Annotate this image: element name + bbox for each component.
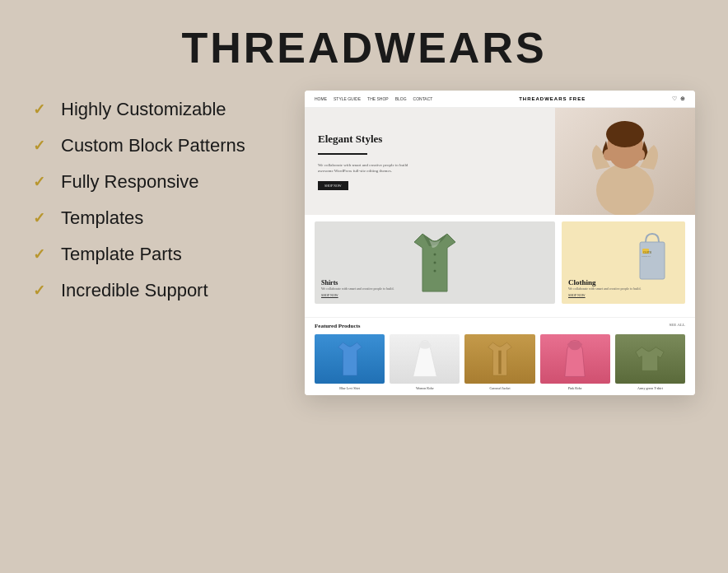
coat-svg	[558, 338, 591, 380]
features-list: ✓ Highly Customizable ✓ Custom Block Pat…	[33, 91, 280, 301]
hero-divider	[318, 153, 367, 155]
page-title: THREADWEARS	[181, 23, 546, 72]
check-icon-4: ✓	[33, 209, 49, 227]
product-card-army-shirt: Army green T-shirt	[615, 334, 685, 390]
check-icon: ✓	[33, 100, 49, 119]
nav-link-contact: CONTACT	[413, 96, 433, 101]
main-content: ✓ Highly Customizable ✓ Custom Block Pat…	[0, 91, 728, 395]
nav-link-style: STYLE GUIDE	[334, 96, 361, 101]
mock-shirt-card-text: Shirts We collaborate with smart and cre…	[321, 279, 394, 297]
check-icon-3: ✓	[33, 173, 49, 191]
feature-label-fully-responsive: Fully Responsive	[61, 171, 199, 193]
dress-svg	[408, 338, 441, 380]
feature-label-custom-block-patterns: Custom Block Patterns	[61, 135, 245, 156]
mock-nav-icons: ♡ ⊕	[672, 96, 685, 102]
feature-item-highly-customizable: ✓ Highly Customizable	[33, 99, 280, 120]
nav-link-shop: THE SHOP	[367, 96, 389, 101]
mock-featured-header: Featured Products SEE ALL	[315, 323, 685, 329]
mock-hero-image	[555, 108, 695, 215]
svg-text:CLOTH: CLOTH	[643, 251, 652, 254]
product-name-blue-shirt: Blue Levi Shirt	[339, 386, 360, 390]
feature-label-incredible-support: Incredible Support	[61, 280, 208, 301]
check-icon-2: ✓	[33, 137, 49, 155]
product-name-women-robe: Women Robe	[416, 386, 434, 390]
svg-rect-3	[604, 149, 645, 161]
product-img-army-shirt	[615, 334, 685, 384]
svg-point-0	[596, 164, 654, 215]
feature-item-templates: ✓ Templates	[33, 207, 280, 229]
hero-person-svg	[576, 108, 674, 215]
mock-hero-title: Elegant Styles	[318, 133, 542, 146]
nav-icon-wishlist: ♡	[672, 96, 677, 102]
product-name-carousel-jacket: Carousel Jacket	[489, 386, 510, 390]
mock-featured-link: SEE ALL	[669, 323, 685, 329]
mock-products-section: Shirts We collaborate with smart and cre…	[305, 215, 695, 317]
mock-featured-title: Featured Products	[315, 323, 361, 329]
feature-label-templates: Templates	[61, 207, 143, 229]
mock-hero-text: Elegant Styles We collaborate with smart…	[305, 108, 555, 215]
blue-shirt-svg	[334, 338, 366, 380]
svg-text:Spread Joy: Spread Joy	[642, 255, 651, 258]
svg-rect-7	[640, 242, 665, 279]
svg-point-5	[434, 262, 436, 264]
mock-hero-button: SHOP NOW	[318, 181, 348, 190]
mock-nav: HOME STYLE GUIDE THE SHOP BLOG CONTACT T…	[305, 91, 695, 108]
mock-clothing-btn: SHOP NOW	[568, 293, 641, 297]
olive-shirt-svg	[633, 338, 666, 380]
mock-clothing-card: CLOTH Spread Joy Clothing We collaborate…	[562, 221, 685, 304]
product-card-women-robe: Women Robe	[390, 334, 460, 390]
feature-label-highly-customizable: Highly Customizable	[61, 99, 226, 120]
nav-link-home: HOME	[315, 96, 327, 101]
shirt-svg	[406, 230, 464, 296]
product-img-pink-robe	[540, 334, 610, 384]
jacket-svg	[483, 338, 516, 380]
svg-point-4	[434, 254, 436, 256]
mock-hero: Elegant Styles We collaborate with smart…	[305, 108, 695, 215]
mock-hero-subtitle: We collaborate with smart and creative p…	[318, 162, 417, 174]
product-img-women-robe	[390, 334, 460, 384]
product-card-carousel-jacket: Carousel Jacket	[464, 334, 534, 390]
product-card-pink-robe: Pink Robe	[540, 334, 610, 390]
feature-label-template-parts: Template Parts	[61, 244, 182, 265]
product-name-army-shirt: Army green T-shirt	[637, 386, 663, 390]
product-img-blue-shirt	[315, 334, 385, 384]
preview-container: HOME STYLE GUIDE THE SHOP BLOG CONTACT T…	[305, 91, 695, 395]
feature-item-incredible-support: ✓ Incredible Support	[33, 280, 280, 301]
svg-point-6	[434, 270, 436, 273]
nav-icon-cart: ⊕	[680, 96, 685, 102]
product-img-carousel-jacket	[464, 334, 534, 384]
check-icon-5: ✓	[33, 245, 49, 263]
mock-nav-links: HOME STYLE GUIDE THE SHOP BLOG CONTACT	[315, 96, 432, 101]
mock-nav-brand: THREADWEARS FREE	[519, 96, 586, 101]
mock-shirt-card-sub: We collaborate with smart and creative p…	[321, 286, 394, 291]
feature-item-template-parts: ✓ Template Parts	[33, 244, 280, 265]
product-card-blue-shirt: Blue Levi Shirt	[315, 334, 385, 390]
check-icon-6: ✓	[33, 282, 49, 300]
feature-item-custom-block-patterns: ✓ Custom Block Patterns	[33, 135, 280, 156]
svg-rect-11	[498, 351, 501, 375]
mock-featured: Featured Products SEE ALL Blue Levi Shir…	[305, 317, 695, 395]
mock-shirt-row: Shirts We collaborate with smart and cre…	[315, 221, 685, 304]
mock-site: HOME STYLE GUIDE THE SHOP BLOG CONTACT T…	[305, 91, 695, 395]
mock-shirt-card-btn: SHOP NOW	[321, 293, 394, 297]
svg-point-2	[606, 121, 644, 147]
mock-products-grid: Blue Levi Shirt Women Robe	[315, 334, 685, 390]
feature-item-fully-responsive: ✓ Fully Responsive	[33, 171, 280, 193]
bag-svg: CLOTH Spread Joy	[628, 226, 677, 291]
nav-link-blog: BLOG	[395, 96, 407, 101]
product-name-pink-robe: Pink Robe	[568, 386, 582, 390]
mock-shirt-card-title: Shirts	[321, 279, 394, 286]
mock-shirt-card: Shirts We collaborate with smart and cre…	[315, 221, 555, 304]
